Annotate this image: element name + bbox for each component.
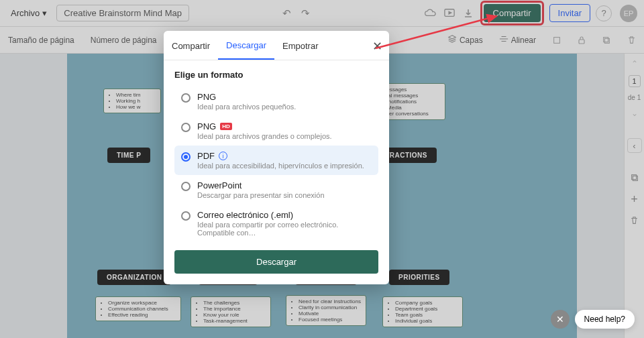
tab-empotrar[interactable]: Empotrar [274, 32, 326, 59]
modal-tabs: Compartir Descargar Empotrar ✕ [164, 31, 389, 60]
radio-icon [181, 93, 191, 103]
radio-icon [181, 123, 191, 132]
format-option-png-hd[interactable]: PNG HD Ideal para archivos grandes o com… [174, 116, 378, 146]
tab-descargar[interactable]: Descargar [218, 31, 274, 60]
download-button[interactable]: Descargar [174, 250, 378, 274]
radio-icon [181, 152, 191, 162]
modal-body: Elige un formato PNG Ideal para archivos… [164, 60, 389, 284]
modal-heading: Elige un formato [174, 70, 378, 80]
need-help-widget: ✕ Need help? [551, 310, 635, 329]
share-modal: Compartir Descargar Empotrar ✕ Elige un … [164, 31, 389, 284]
radio-icon [181, 211, 191, 221]
format-option-powerpoint[interactable]: PowerPoint Descargar para presentar sin … [174, 175, 378, 205]
dismiss-help-icon[interactable]: ✕ [551, 310, 570, 329]
radio-icon [181, 182, 191, 191]
tab-compartir[interactable]: Compartir [164, 32, 218, 59]
close-icon[interactable]: ✕ [372, 39, 382, 54]
format-option-png[interactable]: PNG Ideal para archivos pequeños. [174, 87, 378, 116]
format-option-pdf[interactable]: PDF i Ideal para accesibilidad, hipervín… [174, 146, 378, 175]
info-icon[interactable]: i [219, 152, 227, 160]
hd-badge: HD [220, 123, 232, 130]
format-option-eml[interactable]: Correo electrónico (.eml) Ideal para com… [174, 205, 378, 242]
need-help-button[interactable]: Need help? [575, 310, 635, 329]
